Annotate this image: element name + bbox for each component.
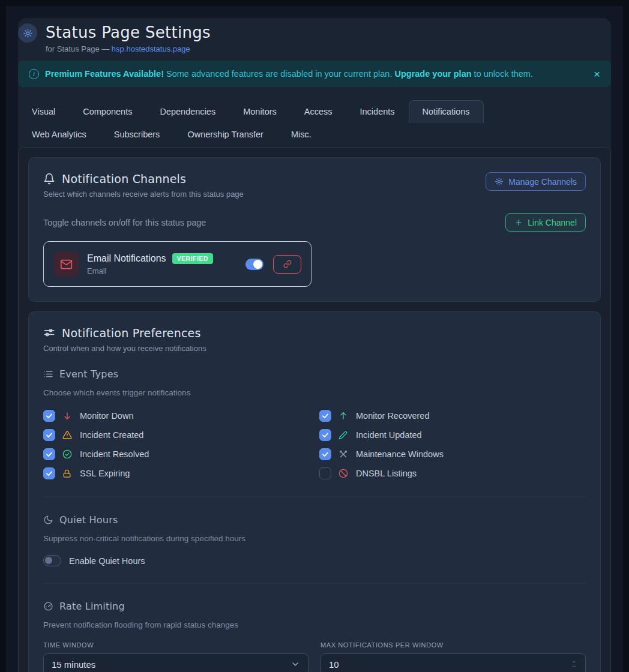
- tools-icon: [339, 449, 349, 459]
- checkbox-ssl-expiring[interactable]: [43, 467, 55, 479]
- event-types-grid: Monitor Down Monitor Recovered Incident …: [43, 409, 595, 480]
- checkbox-dnsbl-listings[interactable]: [319, 467, 331, 479]
- tab-ownership-transfer[interactable]: Ownership Transfer: [173, 123, 277, 146]
- divider: [43, 497, 586, 497]
- page-background: Status Page Settings for Status Page — h…: [6, 6, 623, 672]
- banner-bold: Premium Features Available!: [45, 69, 164, 79]
- number-stepper[interactable]: [571, 659, 577, 669]
- checkbox-monitor-down[interactable]: [43, 410, 55, 422]
- tab-components[interactable]: Components: [69, 100, 146, 123]
- time-window-label: TIME WINDOW: [43, 641, 308, 649]
- tab-web-analytics[interactable]: Web Analytics: [18, 123, 100, 146]
- toggle-hint: Toggle channels on/off for this status p…: [43, 218, 206, 227]
- event-incident-created: Incident Created: [43, 428, 319, 442]
- event-monitor-recovered: Monitor Recovered: [319, 409, 595, 422]
- channels-subtitle: Select which channels receive alerts fro…: [43, 190, 244, 199]
- lock-icon: [62, 469, 73, 478]
- status-page-domain-link[interactable]: hsp.hostedstatus.page: [112, 44, 190, 53]
- upgrade-plan-link[interactable]: Upgrade your plan: [394, 69, 471, 79]
- chevron-down-icon: [290, 659, 300, 669]
- unlink-channel-button[interactable]: [273, 255, 301, 274]
- tab-incidents[interactable]: Incidents: [346, 100, 409, 123]
- subtitle-text: for Status Page —: [46, 44, 112, 53]
- gear-icon: [18, 23, 37, 43]
- event-dnsbl-listings: DNSBL Listings: [319, 467, 595, 480]
- notification-channels-card: Notification Channels Select which chann…: [28, 157, 601, 302]
- tab-subscribers[interactable]: Subscribers: [100, 123, 174, 146]
- check-circle-icon: [62, 449, 73, 459]
- email-channel-card: Email Notifications VERIFIED Email: [43, 241, 311, 287]
- arrow-up-icon: [339, 411, 349, 421]
- tab-notifications[interactable]: Notifications: [409, 100, 484, 123]
- notifications-panel: Notification Channels Select which chann…: [18, 147, 611, 672]
- divider: [43, 583, 586, 584]
- plus-icon: [514, 218, 523, 227]
- info-icon: i: [29, 69, 39, 79]
- max-notifications-label: MAX NOTIFICATIONS PER WINDOW: [321, 641, 586, 649]
- page-title: Status Page Settings: [46, 23, 211, 41]
- event-incident-resolved: Incident Resolved: [43, 448, 319, 461]
- time-window-select[interactable]: 15 minutes: [43, 653, 308, 672]
- checkbox-incident-resolved[interactable]: [43, 448, 55, 460]
- quiet-hours-heading: Quiet Hours: [59, 514, 118, 526]
- list-icon: [43, 369, 53, 379]
- page-header: Status Page Settings for Status Page — h…: [18, 18, 611, 53]
- channels-title: Notification Channels: [62, 172, 186, 185]
- warning-icon: [62, 430, 73, 440]
- event-monitor-down: Monitor Down: [43, 409, 319, 422]
- tab-visual[interactable]: Visual: [18, 100, 69, 123]
- gear-icon: [495, 177, 504, 186]
- rate-limiting-heading: Rate Limiting: [59, 601, 125, 612]
- notification-preferences-card: Notification Preferences Control when an…: [28, 311, 601, 672]
- tab-misc[interactable]: Misc.: [277, 123, 325, 146]
- verified-badge: VERIFIED: [172, 253, 213, 264]
- ban-icon: [339, 469, 349, 478]
- enable-quiet-hours-toggle[interactable]: [43, 555, 61, 566]
- quiet-hours-toggle-label: Enable Quiet Hours: [69, 556, 145, 566]
- rate-limiting-description: Prevent notification flooding from rapid…: [43, 620, 586, 629]
- tab-monitors[interactable]: Monitors: [229, 100, 290, 123]
- mail-icon: [53, 251, 79, 277]
- preferences-subtitle: Control when and how you receive notific…: [43, 344, 586, 353]
- event-ssl-expiring: SSL Expiring: [43, 467, 319, 480]
- tab-access[interactable]: Access: [290, 100, 346, 123]
- settings-page: Status Page Settings for Status Page — h…: [18, 18, 611, 672]
- checkbox-incident-created[interactable]: [43, 429, 55, 441]
- banner-suffix: to unlock them.: [472, 69, 533, 79]
- event-maintenance-windows: Maintenance Windows: [319, 448, 595, 461]
- sliders-icon: [43, 327, 55, 339]
- event-types-heading: Event Types: [59, 368, 118, 380]
- close-icon[interactable]: ×: [594, 68, 600, 80]
- preferences-title: Notification Preferences: [62, 326, 201, 340]
- manage-channels-button[interactable]: Manage Channels: [486, 172, 586, 191]
- premium-banner: i Premium Features Available! Some advan…: [18, 61, 611, 87]
- link-channel-button[interactable]: Link Channel: [505, 213, 586, 232]
- event-incident-updated: Incident Updated: [319, 428, 595, 442]
- max-notifications-input-wrap: [321, 653, 586, 672]
- quiet-hours-description: Suppress non-critical notifications duri…: [43, 534, 586, 543]
- settings-tabs: Visual Components Dependencies Monitors …: [18, 100, 516, 146]
- channel-name: Email Notifications: [87, 253, 166, 264]
- checkbox-maintenance-windows[interactable]: [319, 448, 331, 460]
- checkbox-monitor-recovered[interactable]: [319, 410, 331, 422]
- checkbox-incident-updated[interactable]: [319, 429, 331, 441]
- email-channel-toggle[interactable]: [245, 259, 263, 270]
- event-types-description: Choose which events trigger notification…: [43, 388, 586, 397]
- link-icon: [283, 260, 292, 268]
- moon-icon: [43, 515, 53, 525]
- gauge-icon: [43, 601, 53, 611]
- channel-type: Email: [87, 266, 237, 275]
- pencil-icon: [339, 431, 349, 440]
- tab-dependencies[interactable]: Dependencies: [146, 100, 229, 123]
- bell-icon: [43, 173, 55, 185]
- arrow-down-icon: [62, 411, 73, 421]
- max-notifications-input[interactable]: [329, 659, 571, 670]
- banner-text: Some advanced features are disabled in y…: [164, 69, 394, 79]
